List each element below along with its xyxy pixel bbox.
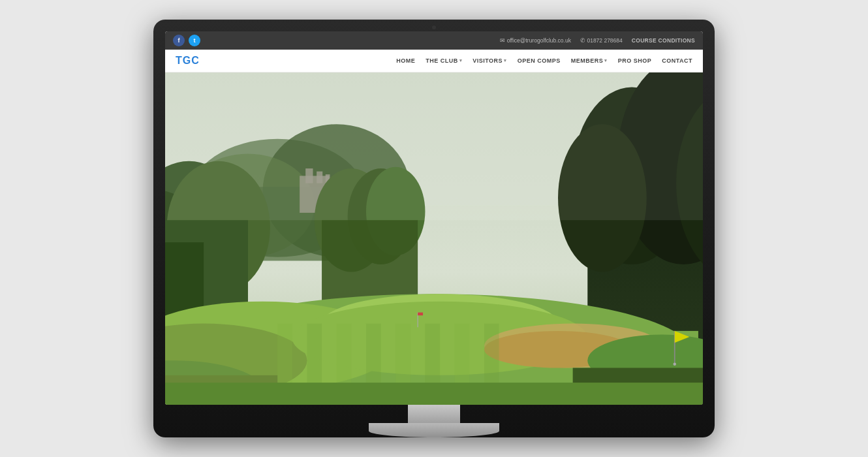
twitter-icon: t bbox=[194, 37, 196, 44]
nav-home[interactable]: HOME bbox=[396, 57, 415, 64]
golf-course-scene bbox=[165, 72, 703, 405]
social-links: f t bbox=[173, 35, 200, 46]
course-conditions-link[interactable]: COURSE CONDITIONS bbox=[632, 37, 695, 44]
contact-info: office@trurogolfclub.co.uk 01872 278684 … bbox=[500, 37, 695, 44]
topbar: f t office@trurogolfclub.co.uk 01872 278… bbox=[165, 31, 703, 50]
hero-image bbox=[165, 72, 703, 405]
email-link[interactable]: office@trurogolfclub.co.uk bbox=[500, 37, 571, 44]
svg-rect-45 bbox=[395, 324, 411, 383]
svg-rect-44 bbox=[366, 324, 381, 383]
screen: f t office@trurogolfclub.co.uk 01872 278… bbox=[165, 31, 703, 405]
facebook-button[interactable]: f bbox=[173, 35, 185, 46]
svg-point-35 bbox=[673, 363, 676, 366]
twitter-button[interactable]: t bbox=[189, 35, 200, 46]
monitor-stand-neck bbox=[408, 405, 460, 423]
svg-rect-43 bbox=[337, 324, 352, 383]
nav-pro-shop[interactable]: PRO SHOP bbox=[618, 57, 652, 64]
nav-members[interactable]: MEMBERS ▾ bbox=[571, 57, 608, 64]
nav-the-club[interactable]: THE CLUB ▾ bbox=[426, 57, 462, 64]
monitor: f t office@trurogolfclub.co.uk 01872 278… bbox=[153, 20, 715, 437]
svg-rect-46 bbox=[425, 324, 440, 383]
svg-rect-42 bbox=[307, 324, 322, 383]
chevron-down-icon: ▾ bbox=[459, 58, 463, 63]
svg-rect-48 bbox=[484, 324, 499, 383]
navbar: TGC HOME THE CLUB ▾ VISITORS ▾ OPEN COMP… bbox=[165, 50, 703, 72]
site-logo[interactable]: TGC bbox=[176, 55, 200, 67]
svg-rect-40 bbox=[418, 313, 423, 316]
nav-contact[interactable]: CONTACT bbox=[662, 57, 692, 64]
monitor-stand-base bbox=[369, 423, 499, 437]
chevron-down-icon: ▾ bbox=[504, 58, 507, 63]
camera bbox=[432, 25, 436, 29]
facebook-icon: f bbox=[178, 37, 180, 44]
svg-rect-41 bbox=[277, 324, 292, 383]
nav-menu: HOME THE CLUB ▾ VISITORS ▾ OPEN COMPS ME… bbox=[396, 57, 692, 64]
chevron-down-icon: ▾ bbox=[604, 58, 608, 63]
svg-rect-49 bbox=[165, 383, 703, 405]
svg-rect-50 bbox=[165, 72, 703, 220]
nav-visitors[interactable]: VISITORS ▾ bbox=[473, 57, 506, 64]
nav-open-comps[interactable]: OPEN COMPS bbox=[518, 57, 561, 64]
svg-rect-47 bbox=[455, 324, 470, 383]
phone-link[interactable]: 01872 278684 bbox=[580, 37, 623, 44]
